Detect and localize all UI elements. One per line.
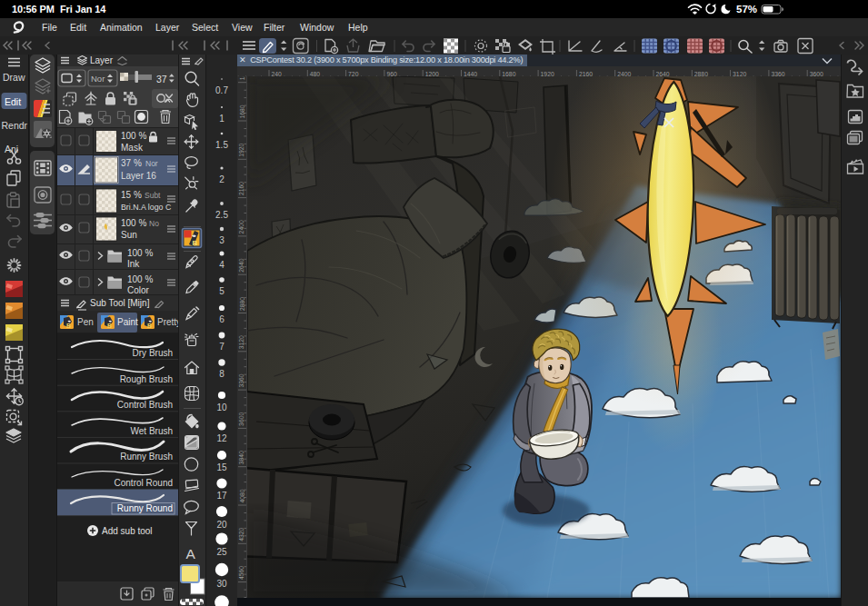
svg-text:Pretty: Pretty bbox=[157, 317, 178, 327]
svg-text:Nor: Nor bbox=[145, 159, 158, 168]
svg-text:Control Round: Control Round bbox=[115, 478, 173, 488]
svg-text:20: 20 bbox=[216, 520, 227, 530]
svg-text:1440: 1440 bbox=[239, 76, 245, 80]
svg-text:Edit: Edit bbox=[5, 96, 21, 107]
svg-text:Control Brush: Control Brush bbox=[117, 400, 173, 410]
svg-text:5: 5 bbox=[219, 286, 224, 296]
svg-text:B: B bbox=[193, 239, 198, 247]
svg-text:Nor: Nor bbox=[91, 74, 105, 84]
svg-text:4320: 4320 bbox=[239, 527, 245, 541]
svg-text:25: 25 bbox=[216, 547, 227, 557]
svg-text:Rendr: Rendr bbox=[2, 120, 28, 131]
svg-text:Mask: Mask bbox=[121, 143, 144, 153]
svg-text:Runny Brush: Runny Brush bbox=[120, 452, 173, 462]
svg-text:1680: 1680 bbox=[239, 104, 245, 118]
svg-text:100 %: 100 % bbox=[127, 274, 153, 284]
svg-text:Add sub tool: Add sub tool bbox=[102, 526, 153, 536]
svg-text:7: 7 bbox=[219, 342, 224, 352]
svg-text:Subt: Subt bbox=[145, 191, 161, 200]
svg-text:17: 17 bbox=[216, 491, 227, 501]
svg-text:Sub Tool [Mijn]: Sub Tool [Mijn] bbox=[90, 298, 150, 308]
svg-text:1.5: 1.5 bbox=[215, 140, 228, 150]
svg-text:15 %: 15 % bbox=[121, 190, 142, 200]
svg-text:6: 6 bbox=[219, 314, 224, 324]
svg-text:Dry Brush: Dry Brush bbox=[133, 348, 173, 358]
svg-text:No: No bbox=[149, 219, 159, 228]
svg-text:Layer: Layer bbox=[90, 55, 114, 65]
svg-text:3600: 3600 bbox=[239, 412, 245, 426]
svg-text:Sun: Sun bbox=[121, 230, 137, 240]
svg-text:37: 37 bbox=[156, 74, 167, 84]
svg-text:8: 8 bbox=[219, 369, 224, 379]
svg-text:2640: 2640 bbox=[239, 258, 245, 272]
svg-text:3120: 3120 bbox=[239, 335, 245, 349]
svg-text:2: 2 bbox=[219, 174, 224, 184]
svg-text:Draw: Draw bbox=[3, 72, 25, 83]
svg-text:Layer 16: Layer 16 bbox=[121, 171, 156, 181]
svg-text:Wet Brush: Wet Brush bbox=[131, 426, 174, 436]
svg-text:100 %: 100 % bbox=[121, 131, 146, 141]
svg-text:15: 15 bbox=[216, 462, 227, 472]
svg-text:0.7: 0.7 bbox=[215, 85, 228, 95]
svg-text:100 %: 100 % bbox=[127, 248, 153, 258]
svg-text:3840: 3840 bbox=[239, 451, 245, 464]
svg-text:3: 3 bbox=[219, 235, 224, 245]
svg-text:Color: Color bbox=[127, 285, 150, 295]
svg-text:30: 30 bbox=[216, 579, 227, 589]
svg-text:57%: 57% bbox=[736, 4, 757, 15]
svg-text:37 %: 37 % bbox=[121, 158, 142, 168]
svg-text:12: 12 bbox=[216, 433, 227, 443]
svg-text:2880: 2880 bbox=[239, 297, 245, 311]
svg-text:A: A bbox=[186, 546, 196, 561]
svg-text:2160: 2160 bbox=[239, 182, 245, 195]
svg-text:Ink: Ink bbox=[127, 259, 140, 269]
svg-text:100 %: 100 % bbox=[121, 218, 146, 228]
svg-text:Runny Round: Runny Round bbox=[117, 503, 173, 513]
svg-text:1920: 1920 bbox=[239, 143, 245, 156]
svg-text:Pen: Pen bbox=[77, 317, 94, 327]
svg-text:2400: 2400 bbox=[239, 220, 245, 233]
svg-text:Rough Brush: Rough Brush bbox=[120, 374, 173, 384]
svg-text:2.5: 2.5 bbox=[215, 210, 228, 220]
svg-text:Paint: Paint bbox=[117, 317, 138, 327]
svg-text:4080: 4080 bbox=[239, 489, 245, 502]
svg-text:4560: 4560 bbox=[239, 566, 245, 580]
svg-text:4: 4 bbox=[219, 260, 224, 270]
svg-text:1: 1 bbox=[219, 114, 224, 124]
svg-text:10: 10 bbox=[216, 402, 227, 412]
svg-text:Bri.N.A logo C: Bri.N.A logo C bbox=[121, 203, 172, 212]
svg-text:3360: 3360 bbox=[239, 373, 245, 387]
